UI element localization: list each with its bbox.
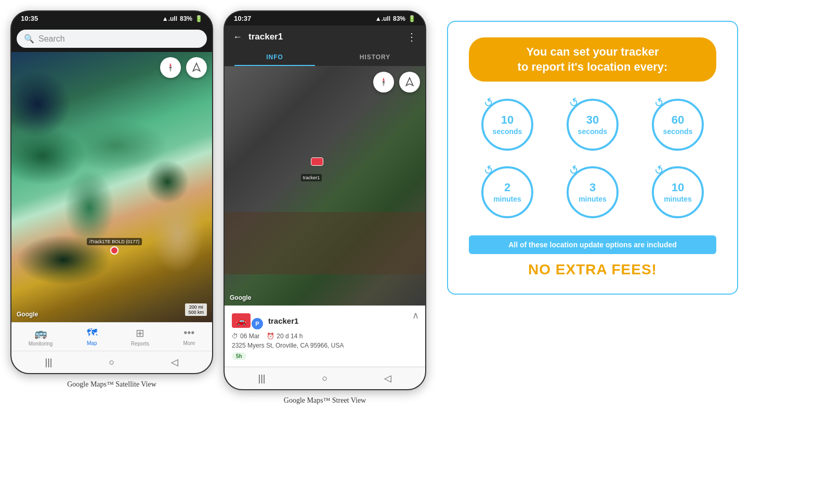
circle-10sec-text: 10 seconds bbox=[493, 114, 522, 136]
circle-60sec-value: 60 bbox=[663, 114, 693, 127]
nav-more[interactable]: ••• More bbox=[183, 327, 195, 347]
compass-button[interactable] bbox=[160, 57, 181, 78]
search-icon: 🔍 bbox=[24, 34, 34, 44]
nav-reports-label: Reports bbox=[131, 341, 149, 347]
circle-2min-text: 2 minutes bbox=[493, 181, 521, 204]
recent-gesture2[interactable]: ◁ bbox=[384, 373, 391, 384]
tab-info[interactable]: INFO bbox=[225, 48, 325, 66]
circle-10min-value: 10 bbox=[664, 181, 692, 195]
reports-icon: ⊞ bbox=[136, 327, 145, 339]
no-extra-fees: NO EXTRA FEES! bbox=[469, 261, 716, 278]
phone2-tabs: INFO HISTORY bbox=[225, 48, 425, 67]
svg-marker-3 bbox=[383, 77, 385, 81]
nav-more-label: More bbox=[183, 340, 195, 346]
search-bar[interactable]: 🔍 Search bbox=[17, 30, 207, 48]
p-badge: P bbox=[252, 318, 263, 329]
phone2-header: ← tracker1 ⋮ bbox=[225, 25, 425, 48]
timer-icon: ⏰ bbox=[267, 333, 274, 340]
google-watermark: Google bbox=[17, 311, 38, 318]
car-icon bbox=[110, 246, 119, 255]
phone2-time: 10:37 bbox=[234, 15, 251, 22]
circle-10min-text: 10 minutes bbox=[664, 181, 692, 204]
nav-reports[interactable]: ⊞ Reports bbox=[131, 327, 149, 347]
back-gesture[interactable]: ||| bbox=[45, 357, 52, 368]
nav-map[interactable]: 🗺 Map bbox=[87, 327, 97, 347]
tab-history[interactable]: HISTORY bbox=[325, 48, 425, 66]
phone1-battery: 83% bbox=[180, 15, 192, 22]
home-gesture2[interactable]: ○ bbox=[322, 373, 328, 384]
navigate-button[interactable] bbox=[186, 57, 207, 78]
nav-monitoring[interactable]: 🚌 Monitoring bbox=[29, 327, 53, 347]
time-badge: 5h bbox=[232, 352, 246, 360]
svg-marker-4 bbox=[383, 83, 385, 87]
circle-30sec: ↺ 30 seconds bbox=[554, 96, 631, 153]
date-meta: ⏱ 06 Mar bbox=[232, 333, 259, 340]
circle-30sec-value: 30 bbox=[578, 114, 608, 127]
compass-button2[interactable] bbox=[373, 72, 394, 92]
svg-marker-1 bbox=[169, 69, 172, 72]
street-map[interactable]: tracker1 Google bbox=[225, 67, 425, 306]
tracker-meta: ⏱ 06 Mar ⏰ 20 d 14 h bbox=[232, 333, 418, 340]
no-fees-text: All of these location update options are… bbox=[508, 241, 677, 249]
satellite-map[interactable]: iTrack1TE BOLD (0177) 200 mi 500 km Goog… bbox=[11, 52, 212, 322]
monitoring-icon: 🚌 bbox=[34, 327, 47, 339]
back-button[interactable]: ← bbox=[233, 32, 242, 43]
phone2-signal: ▲.ull bbox=[375, 15, 390, 22]
collapse-button[interactable]: ∧ bbox=[412, 310, 419, 321]
info-headline: You can set your tracker to report it's … bbox=[469, 37, 716, 82]
tab-info-label: INFO bbox=[266, 54, 283, 61]
phone2-mockup: 10:37 ▲.ull 83% 🔋 ← tracker1 ⋮ INFO bbox=[224, 10, 426, 390]
home-gesture[interactable]: ○ bbox=[109, 357, 115, 368]
circle-10sec-unit: seconds bbox=[493, 127, 522, 136]
svg-marker-0 bbox=[169, 63, 172, 67]
phone1-time: 10:35 bbox=[21, 15, 38, 22]
more-menu-icon[interactable]: ⋮ bbox=[406, 31, 417, 43]
tab-history-label: HISTORY bbox=[360, 54, 391, 61]
phone1-battery-icon: 🔋 bbox=[195, 15, 203, 22]
circle-3min-text: 3 minutes bbox=[579, 181, 607, 204]
search-placeholder: Search bbox=[38, 34, 65, 44]
circle-30sec-unit: seconds bbox=[578, 127, 608, 136]
circles-grid: ↺ 10 seconds ↺ 3 bbox=[469, 96, 716, 221]
tracker-duration: 20 d 14 h bbox=[277, 333, 303, 340]
phone1-caption: Google Maps™ Satellite View bbox=[67, 380, 156, 389]
circle-3min-unit: minutes bbox=[579, 195, 607, 204]
map-scale-km: 500 km bbox=[188, 310, 204, 315]
map-icon: 🗺 bbox=[87, 327, 97, 339]
map-scale: 200 mi 500 km bbox=[185, 303, 207, 316]
circle-2min-value: 2 bbox=[493, 181, 521, 195]
phone2-battery-icon: 🔋 bbox=[408, 15, 416, 22]
circle-10min-unit: minutes bbox=[664, 195, 692, 204]
circle-10sec: ↺ 10 seconds bbox=[469, 96, 546, 153]
circle-10min: ↺ 10 minutes bbox=[639, 164, 716, 221]
map-scale-mi: 200 mi bbox=[188, 304, 204, 310]
info-card: You can set your tracker to report it's … bbox=[437, 10, 749, 305]
nav-monitoring-label: Monitoring bbox=[29, 341, 53, 347]
back-gesture2[interactable]: ||| bbox=[258, 373, 266, 384]
headline-line2: to report it's location every: bbox=[518, 60, 668, 73]
phone1-bottom-bar: ||| ○ ◁ bbox=[11, 351, 212, 373]
tracker-title: tracker1 bbox=[248, 32, 400, 42]
nav-map-label: Map bbox=[87, 340, 97, 346]
tracker-info-bar: ∧ 🚗 P tracker1 ⏱ 06 Mar ⏰ 20 d 14 h bbox=[225, 306, 425, 367]
circle-10sec-value: 10 bbox=[493, 114, 522, 127]
phone1-status-bar: 10:35 ▲.ull 83% 🔋 bbox=[11, 11, 212, 25]
duration-meta: ⏰ 20 d 14 h bbox=[267, 333, 303, 340]
google-watermark2: Google bbox=[230, 294, 251, 301]
svg-point-5 bbox=[383, 81, 385, 83]
recent-gesture[interactable]: ◁ bbox=[171, 356, 178, 368]
phone1-mockup: 10:35 ▲.ull 83% 🔋 🔍 Search bbox=[10, 10, 213, 374]
circle-2min-unit: minutes bbox=[493, 195, 521, 204]
circle-60sec-unit: seconds bbox=[663, 127, 693, 136]
circle-60sec-text: 60 seconds bbox=[663, 114, 693, 136]
no-fees-banner: All of these location update options are… bbox=[469, 235, 716, 254]
phone2-caption: Google Maps™ Street View bbox=[284, 396, 366, 405]
circle-60sec: ↺ 60 seconds bbox=[639, 96, 716, 153]
phone1-signal: ▲.ull bbox=[162, 15, 177, 22]
clock-icon: ⏱ bbox=[232, 333, 238, 340]
navigate-button2[interactable] bbox=[399, 72, 420, 92]
circle-2min: ↺ 2 minutes bbox=[469, 164, 546, 221]
phone2-battery: 83% bbox=[393, 15, 405, 22]
street-tracker-label: tracker1 bbox=[301, 174, 322, 181]
phone2-bottom-bar: ||| ○ ◁ bbox=[225, 367, 425, 389]
